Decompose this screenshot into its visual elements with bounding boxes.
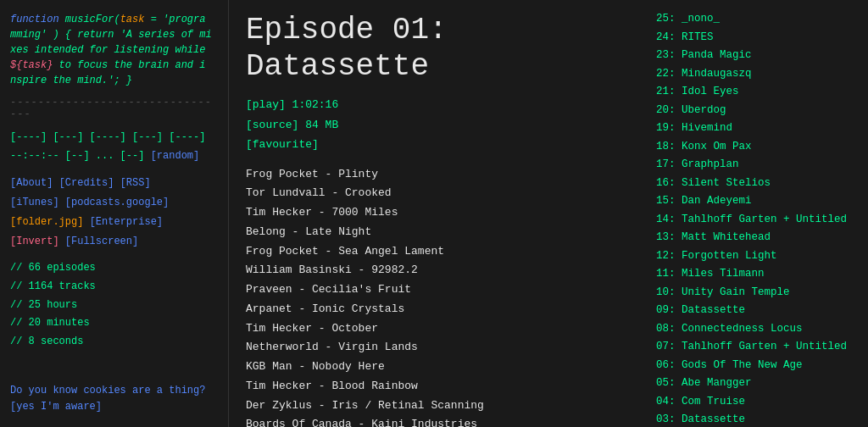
code-param: task	[120, 14, 145, 25]
track-item[interactable]: Belong - Late Night	[246, 223, 631, 242]
nav-controls[interactable]: [----] [---] [----] [---] [----] --:--:-…	[10, 129, 218, 165]
code-equals: =	[151, 14, 163, 25]
itunes-link[interactable]: [iTunes]	[10, 197, 59, 208]
chart-item[interactable]: 06: Gods Of The New Age	[656, 357, 860, 375]
code-block: function musicFor(task = 'programming' )…	[10, 12, 218, 88]
chart-item[interactable]: 17: Graphplan	[656, 156, 860, 175]
player-source: [source] 84 MB	[246, 115, 631, 135]
enterprise-link[interactable]: [Enterprise]	[90, 216, 163, 228]
track-item[interactable]: Der Zyklus - Iris / Retinal Scanning	[246, 396, 631, 416]
track-item[interactable]: Arpanet - Ionic Crystals	[246, 300, 631, 319]
track-item[interactable]: Tim Hecker - Blood Rainbow	[246, 377, 631, 396]
chart-item[interactable]: 10: Unity Gain Temple	[656, 284, 860, 302]
chart-item[interactable]: 03: Datassette	[656, 411, 860, 427]
folder-link[interactable]: [folder.jpg]	[10, 216, 83, 228]
chart-item[interactable]: 13: Matt Whitehead	[656, 229, 860, 247]
track-item[interactable]: Tim Hecker - 7000 Miles	[246, 203, 631, 223]
chart-item[interactable]: 18: Konx Om Pax	[656, 138, 860, 157]
middle-panel: Episode 01:Datassette [play] 1:02:16 [so…	[229, 0, 648, 427]
chart-item[interactable]: 24: RITES	[656, 29, 860, 47]
chart-item[interactable]: 14: Tahlhoff Garten + Untitled	[656, 211, 860, 230]
episode-title: Episode 01:Datassette	[246, 12, 631, 85]
chart-item[interactable]: 20: Uberdog	[656, 102, 860, 120]
track-item[interactable]: William Basinski - 92982.2	[246, 261, 631, 280]
track-item[interactable]: Praveen - Cecilia's Fruit	[246, 280, 631, 300]
cookie-notice: Do you know cookies are a thing? [yes I'…	[10, 383, 218, 415]
chart-item[interactable]: 11: Miles Tilmann	[656, 265, 860, 284]
chart-item[interactable]: 22: Mindaugaszq	[656, 65, 860, 84]
track-item[interactable]: Frog Pocket - Plinty	[246, 165, 631, 185]
rss-link[interactable]: [RSS]	[120, 177, 151, 189]
about-link[interactable]: [About]	[10, 177, 53, 189]
chart-item[interactable]: 25: _nono_	[656, 10, 860, 29]
divider: --------------------------------	[10, 97, 218, 120]
cookie-question: Do you know cookies are a thing?	[10, 383, 218, 399]
nav-brackets-top[interactable]: [----] [---] [----] [---] [----]	[10, 131, 205, 143]
track-item[interactable]: Tor Lundvall - Crooked	[246, 184, 631, 203]
right-panel: 25: _nono_24: RITES23: Panda Magic22: Mi…	[648, 0, 868, 427]
random-button[interactable]: [random]	[151, 150, 200, 162]
stat-tracks: // 1164 tracks	[10, 278, 218, 297]
stat-seconds: // 8 seconds	[10, 333, 218, 352]
chart-item[interactable]: 08: Connectedness Locus	[656, 320, 860, 339]
player-info: [play] 1:02:16 [source] 84 MB [favourite…	[246, 95, 631, 154]
chart-item[interactable]: 16: Silent Stelios	[656, 175, 860, 193]
invert-link[interactable]: [Invert]	[10, 236, 59, 247]
fullscreen-link[interactable]: [Fullscreen]	[65, 236, 138, 247]
code-end: ; }	[114, 75, 132, 86]
left-panel: function musicFor(task = 'programming' )…	[0, 0, 229, 427]
track-item[interactable]: Frog Pocket - Sea Angel Lament	[246, 242, 631, 262]
track-item[interactable]: KGB Man - Nobody Here	[246, 358, 631, 377]
nav-brackets-bottom[interactable]: --:--:-- [--] ... [--]	[10, 150, 151, 162]
chart-item[interactable]: 07: Tahlhoff Garten + Untitled	[656, 338, 860, 357]
code-text: musicFor(	[65, 14, 120, 25]
code-function-keyword: function	[10, 14, 59, 25]
chart-item[interactable]: 05: Abe Mangger	[656, 374, 860, 393]
cookie-answer[interactable]: [yes I'm aware]	[10, 399, 218, 415]
stat-episodes: // 66 episodes	[10, 259, 218, 278]
chart-item[interactable]: 12: Forgotten Light	[656, 247, 860, 266]
stat-hours: // 25 hours	[10, 297, 218, 315]
credits-link[interactable]: [Credits]	[59, 177, 114, 189]
track-item[interactable]: Boards Of Canada - Kaini Industries	[246, 415, 631, 427]
track-item[interactable]: Tim Hecker - October	[246, 319, 631, 339]
chart-item[interactable]: 15: Dan Adeyemi	[656, 192, 860, 211]
chart-item[interactable]: 21: Idol Eyes	[656, 83, 860, 102]
stats-block: // 66 episodes // 1164 tracks // 25 hour…	[10, 259, 218, 351]
track-item[interactable]: Netherworld - Virgin Lands	[246, 338, 631, 358]
podcasts-google-link[interactable]: [podcasts.google]	[65, 197, 169, 208]
chart-item[interactable]: 23: Panda Magic	[656, 47, 860, 65]
player-favourite[interactable]: [favourite]	[246, 135, 631, 154]
code-rest: ) { return	[53, 29, 120, 41]
stat-minutes: // 20 minutes	[10, 314, 218, 333]
tracklist: Frog Pocket - PlintyTor Lundvall - Crook…	[246, 165, 631, 427]
player-play[interactable]: [play] 1:02:16	[246, 95, 631, 114]
chart-item[interactable]: 09: Datassette	[656, 302, 860, 320]
chart-item[interactable]: 19: Hivemind	[656, 119, 860, 138]
chart-item[interactable]: 04: Com Truise	[656, 393, 860, 412]
code-var: ${task}	[10, 59, 53, 71]
links-section: [About] [Credits] [RSS] [iTunes] [podcas…	[10, 174, 218, 251]
